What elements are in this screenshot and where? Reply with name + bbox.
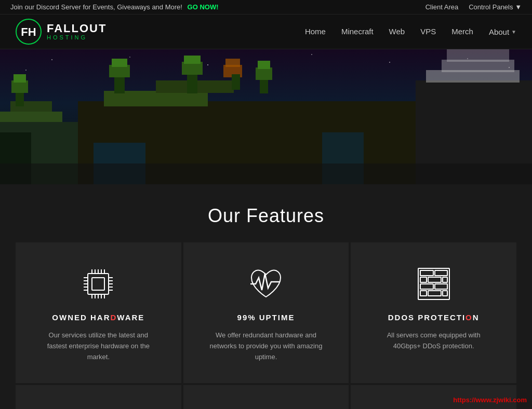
cpu-icon [77,263,119,305]
nav-item-about[interactable]: About ▼ [489,28,516,36]
svg-rect-12 [0,112,62,122]
logo-icon: FH [16,19,42,45]
logo[interactable]: FH FALLOUT HOSTING [16,19,107,45]
svg-rect-72 [443,291,447,296]
svg-rect-69 [435,284,447,289]
svg-text:FH: FH [21,25,36,38]
uptime-desc: We offer redundant hardware and networks… [209,330,323,362]
ddos-title: DDOS PROTECTION [388,313,480,322]
svg-rect-26 [184,56,201,64]
drive-icon [413,406,455,409]
svg-rect-36 [447,49,509,62]
uptime-title: 99% UPTIME [237,313,295,322]
feature-card-hardware: OWNED HARDWARE Our services utilize the … [16,242,181,383]
logo-text: FALLOUT HOSTING [47,23,107,40]
hardware-title: OWNED HARDWARE [52,313,144,322]
logo-hosting: HOSTING [47,34,107,40]
svg-rect-70 [420,291,427,296]
hardware-desc: Our services utilize the latest and fast… [41,330,155,362]
svg-rect-68 [420,284,433,289]
watermark: https://www.zjwiki.com [453,396,527,404]
client-area-link[interactable]: Client Area [425,3,459,11]
about-dropdown-caret: ▼ [511,29,516,35]
svg-rect-65 [420,277,427,282]
features-grid-row2 [16,385,516,409]
feature-card-speed [183,385,349,409]
go-now-button[interactable]: GO NOW! [188,3,219,11]
svg-rect-41 [92,278,104,290]
announcement-text: Join our Discord Server for Events, Give… [10,3,218,11]
svg-rect-39 [0,163,532,184]
feature-card-ddos: DDOS PROTECTION All servers come equippe… [351,242,516,383]
svg-point-5 [207,64,208,65]
shield-icon [413,263,455,305]
svg-point-4 [129,57,130,58]
main-nav: FH FALLOUT HOSTING Home Minecraft Web VP… [0,15,532,49]
svg-rect-27 [260,78,268,93]
svg-rect-66 [428,277,441,282]
nav-links: Home Minecraft Web VPS Merch About ▼ [305,27,516,36]
speedometer-icon [245,406,287,409]
svg-point-9 [25,70,26,71]
svg-rect-32 [232,74,240,90]
logo-fallout: FALLOUT [47,23,107,34]
wallet-icon [77,406,119,409]
svg-point-3 [51,59,52,60]
svg-rect-71 [428,291,441,296]
svg-point-6 [311,54,312,55]
features-section: Our Features [0,184,532,409]
nav-item-merch[interactable]: Merch [451,27,473,36]
ddos-desc: All servers come equipped with 40Gbps+ D… [377,330,491,352]
svg-rect-17 [14,74,26,83]
features-title: Our Features [16,205,516,227]
nav-item-minecraft[interactable]: Minecraft [341,27,374,36]
heartbeat-icon [245,263,287,305]
svg-rect-21 [114,75,125,93]
features-grid-row1: OWNED HARDWARE Our services utilize the … [16,242,516,383]
svg-rect-67 [443,277,447,282]
svg-point-7 [389,62,390,63]
hero-background [0,49,532,184]
svg-rect-63 [420,270,433,276]
announcement-bar: Join our Discord Server for Events, Give… [0,0,532,15]
svg-rect-31 [225,59,240,67]
nav-item-vps[interactable]: VPS [420,27,436,36]
feature-card-pricing [16,385,181,409]
svg-rect-29 [258,61,270,69]
nav-item-web[interactable]: Web [389,27,405,36]
hero-section [0,49,532,184]
svg-rect-24 [187,73,197,93]
hero-image [0,49,532,184]
svg-rect-40 [88,274,109,294]
header-links: Client Area Control Panels ▼ [425,3,522,11]
nav-item-home[interactable]: Home [305,27,326,36]
svg-rect-28 [256,67,272,80]
feature-card-uptime: 99% UPTIME We offer redundant hardware a… [183,242,349,383]
svg-rect-23 [112,59,127,67]
svg-rect-64 [435,270,447,276]
control-panels-link[interactable]: Control Panels ▼ [469,3,522,11]
svg-rect-15 [16,91,24,106]
